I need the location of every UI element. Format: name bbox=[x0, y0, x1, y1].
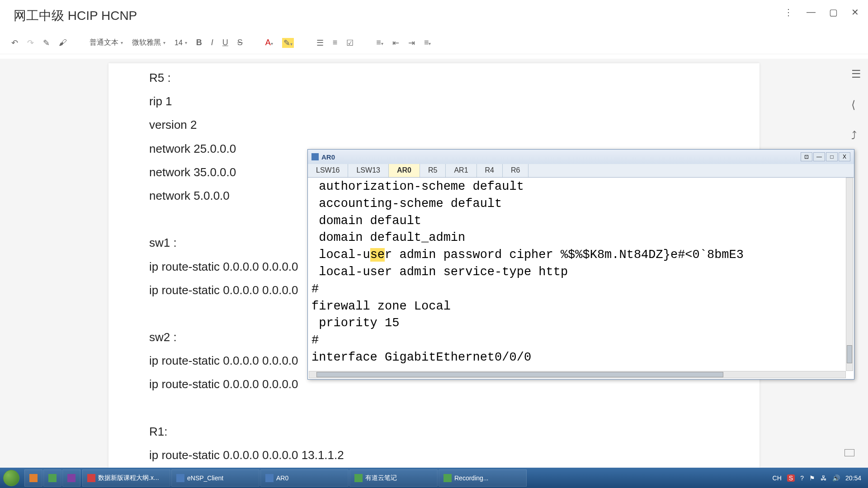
taskbar-app-label: Recording... bbox=[454, 474, 488, 482]
main-titlebar: 网工中级 HCIP HCNP ⋮ — ▢ ✕ bbox=[0, 0, 868, 32]
taskbar-app[interactable]: eNSP_Client bbox=[171, 469, 259, 487]
tray-flag-icon[interactable]: ⚑ bbox=[809, 474, 815, 482]
font-select[interactable]: 微软雅黑▾ bbox=[132, 38, 165, 47]
line-height-button[interactable]: ≡▾ bbox=[424, 38, 431, 47]
app-icon bbox=[87, 474, 95, 482]
terminal-tab-r5[interactable]: R5 bbox=[420, 164, 446, 177]
terminal-line: interface GigabitEthernet0/0/0 bbox=[311, 349, 843, 366]
terminal-body[interactable]: authorization-scheme default accounting-… bbox=[309, 178, 846, 371]
taskbar-app[interactable]: 有道云笔记 bbox=[349, 469, 438, 487]
indent-left-button[interactable]: ⇤ bbox=[392, 38, 399, 48]
window-title: 网工中级 HCIP HCNP bbox=[14, 7, 137, 24]
taskbar-app-onenote[interactable] bbox=[62, 469, 80, 487]
start-button[interactable] bbox=[0, 468, 23, 488]
taskbar-app-label: 有道云笔记 bbox=[365, 474, 397, 482]
terminal-tab-r4[interactable]: R4 bbox=[477, 164, 503, 177]
text-cursor-highlight: se bbox=[370, 248, 385, 262]
checkbox-button[interactable]: ☑ bbox=[346, 38, 354, 48]
app-icon bbox=[354, 474, 363, 482]
taskbar-app-label: eNSP_Client bbox=[187, 474, 223, 482]
taskbar-app-browser[interactable] bbox=[43, 469, 61, 487]
doc-line[interactable]: R1: bbox=[149, 422, 719, 441]
window-controls: ⋮ — ▢ ✕ bbox=[784, 7, 859, 18]
terminal-tabs: LSW16LSW13AR0R5AR1R4R6 bbox=[308, 164, 854, 178]
terminal-line: local-user admin password cipher %$%$K8m… bbox=[311, 247, 843, 264]
terminal-title: AR0 bbox=[321, 153, 335, 161]
format-painter-icon[interactable]: 🖌 bbox=[59, 38, 67, 47]
taskbar-app-label: AR0 bbox=[276, 474, 288, 482]
taskbar-app-explorer[interactable] bbox=[24, 469, 42, 487]
terminal-line: accounting-scheme default bbox=[311, 196, 843, 213]
doc-line[interactable]: version 2 bbox=[149, 115, 719, 135]
undo-button[interactable]: ↶ bbox=[11, 38, 18, 48]
tray-network-icon[interactable]: 🖧 bbox=[821, 474, 827, 482]
doc-line[interactable]: ip route-static 0.0.0.0 0.0.0.0 13.1.1.2 bbox=[149, 445, 719, 465]
taskbar-app-label: 数据新版课程大纲.x... bbox=[98, 474, 159, 482]
terminal-line: authorization-scheme default bbox=[311, 178, 843, 196]
size-select[interactable]: 14▾ bbox=[175, 39, 187, 47]
terminal-close-button[interactable]: X bbox=[839, 152, 850, 161]
tray-volume-icon[interactable]: 🔊 bbox=[832, 474, 840, 482]
terminal-hscroll-thumb[interactable] bbox=[316, 372, 723, 377]
terminal-tab-ar1[interactable]: AR1 bbox=[446, 164, 476, 177]
app-icon bbox=[443, 474, 452, 482]
terminal-option-button[interactable]: ⊡ bbox=[801, 152, 812, 161]
terminal-tab-lsw16[interactable]: LSW16 bbox=[308, 164, 348, 177]
system-tray: CH S ? ⚑ 🖧 🔊 20:54 bbox=[773, 474, 868, 482]
number-list-button[interactable]: ≡ bbox=[333, 38, 338, 47]
terminal-icon bbox=[311, 153, 319, 160]
close-button[interactable]: ✕ bbox=[851, 7, 859, 18]
doc-line[interactable] bbox=[149, 398, 719, 418]
tray-ime-icon[interactable]: CH bbox=[773, 474, 782, 482]
doc-line[interactable]: rip 1 bbox=[149, 91, 719, 111]
terminal-line: priority 15 bbox=[311, 315, 843, 332]
outline-icon[interactable]: ☰ bbox=[851, 68, 861, 80]
taskbar-app[interactable]: Recording... bbox=[439, 469, 527, 487]
view-mode-button[interactable] bbox=[844, 449, 854, 456]
underline-button[interactable]: U bbox=[222, 38, 228, 47]
editor-toolbar: ↶ ↷ ✎ 🖌 普通文本▾ 微软雅黑▾ 14▾ B I U S A▾ ✎▾ ☰ … bbox=[0, 32, 868, 54]
terminal-hscrollbar[interactable] bbox=[309, 371, 846, 378]
right-panel: ☰ ⟨ ⤴ bbox=[851, 68, 861, 142]
redo-button[interactable]: ↷ bbox=[27, 38, 34, 48]
tray-s-icon[interactable]: S bbox=[787, 474, 795, 482]
share-icon[interactable]: ⟨ bbox=[851, 99, 861, 111]
tray-help-icon[interactable]: ? bbox=[800, 474, 804, 482]
doc-line[interactable]: R5 : bbox=[149, 68, 719, 88]
terminal-line: # bbox=[311, 281, 843, 298]
terminal-line: firewall zone Local bbox=[311, 298, 843, 315]
terminal-tab-ar0[interactable]: AR0 bbox=[389, 164, 420, 177]
indent-right-button[interactable]: ⇥ bbox=[408, 38, 415, 48]
terminal-minimize-button[interactable]: — bbox=[813, 152, 825, 161]
strike-button[interactable]: S bbox=[237, 38, 243, 47]
terminal-titlebar[interactable]: AR0 ⊡ — □ X bbox=[308, 150, 854, 164]
terminal-vscroll-thumb[interactable] bbox=[847, 345, 852, 363]
terminal-tab-lsw13[interactable]: LSW13 bbox=[348, 164, 388, 177]
terminal-line: local-user admin service-type http bbox=[311, 264, 843, 281]
style-select[interactable]: 普通文本▾ bbox=[90, 38, 123, 47]
terminal-line: domain default bbox=[311, 213, 843, 230]
more-icon[interactable]: ⋮ bbox=[784, 7, 793, 18]
terminal-window: AR0 ⊡ — □ X LSW16LSW13AR0R5AR1R4R6 autho… bbox=[307, 149, 854, 380]
terminal-maximize-button[interactable]: □ bbox=[826, 152, 838, 161]
font-color-button[interactable]: A▾ bbox=[265, 38, 273, 47]
terminal-vscrollbar[interactable] bbox=[846, 178, 853, 371]
italic-button[interactable]: I bbox=[211, 38, 213, 47]
taskbar-pinned bbox=[24, 469, 80, 487]
export-icon[interactable]: ⤴ bbox=[851, 129, 861, 142]
taskbar-app[interactable]: 数据新版课程大纲.x... bbox=[82, 469, 170, 487]
align-button[interactable]: ≡▾ bbox=[376, 38, 383, 47]
terminal-tab-r6[interactable]: R6 bbox=[503, 164, 528, 177]
app-icon bbox=[176, 474, 184, 482]
highlight-button[interactable]: ✎▾ bbox=[282, 38, 294, 48]
minimize-button[interactable]: — bbox=[807, 7, 816, 18]
brush-icon[interactable]: ✎ bbox=[43, 38, 50, 48]
tray-clock[interactable]: 20:54 bbox=[845, 474, 861, 482]
taskbar: 数据新版课程大纲.x...eNSP_ClientAR0有道云笔记Recordin… bbox=[0, 468, 868, 488]
app-icon bbox=[265, 474, 274, 482]
bold-button[interactable]: B bbox=[196, 38, 202, 47]
taskbar-running: 数据新版课程大纲.x...eNSP_ClientAR0有道云笔记Recordin… bbox=[82, 469, 527, 487]
bullet-list-button[interactable]: ☰ bbox=[316, 38, 324, 48]
taskbar-app[interactable]: AR0 bbox=[260, 469, 349, 487]
maximize-button[interactable]: ▢ bbox=[829, 7, 838, 18]
